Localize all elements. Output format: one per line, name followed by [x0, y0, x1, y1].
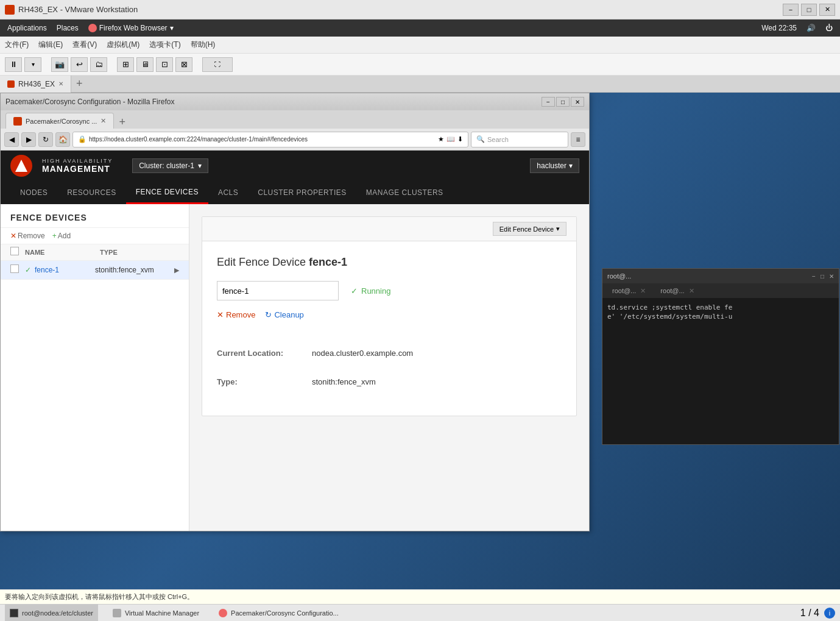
- terminal-1-tab2-close[interactable]: ✕: [689, 287, 694, 294]
- fence-name-input[interactable]: [217, 281, 339, 300]
- status-label: Running: [361, 286, 390, 296]
- ff-tab-favicon: [13, 117, 22, 126]
- nav-fence-devices[interactable]: FENCE DEVICES: [126, 181, 208, 204]
- vmware-close-btn[interactable]: ✕: [819, 4, 835, 16]
- terminal-line-2: e' '/etc/systemd/system/multi-u: [607, 312, 834, 321]
- info-section: Current Location: nodea.cluster0.example…: [217, 334, 562, 401]
- terminal-1-min[interactable]: −: [812, 273, 816, 280]
- download-icon[interactable]: ⬇: [457, 135, 463, 143]
- bookmark-icon[interactable]: ★: [438, 135, 444, 143]
- power-icon: ⏻: [825, 24, 833, 32]
- add-label: Add: [58, 232, 71, 240]
- vmware-minimize-btn[interactable]: −: [783, 4, 799, 16]
- status-virt-mgr[interactable]: Virtual Machine Manager: [108, 605, 204, 621]
- ff-search-bar[interactable]: 🔍 Search: [471, 132, 568, 147]
- terminal-1-tab-1[interactable]: root@... ✕: [607, 286, 651, 296]
- nav-cluster-properties[interactable]: CLUSTER PROPERTIES: [248, 181, 356, 204]
- view3-btn[interactable]: ⊡: [156, 57, 173, 72]
- remove-action[interactable]: ✕ Remove: [10, 232, 45, 240]
- ff-forward-btn[interactable]: ▶: [21, 132, 36, 147]
- cluster-selector[interactable]: Cluster: cluster-1 ▾: [132, 158, 208, 173]
- ff-win-controls: − □ ✕: [542, 97, 584, 107]
- menu-view[interactable]: 查看(V): [72, 40, 97, 50]
- row-arrow-icon: ▶: [174, 266, 179, 274]
- places-menu[interactable]: Places: [57, 24, 79, 32]
- ff-tab[interactable]: Pacemaker/Corosync ... ✕: [5, 113, 114, 129]
- menu-vm[interactable]: 虚拟机(M): [107, 40, 139, 50]
- edit-fence-device-btn[interactable]: Edit Fence Device ▾: [493, 222, 566, 236]
- ff-minimize-btn[interactable]: −: [542, 97, 555, 107]
- fence-actions: ✕ Remove ↻ Cleanup: [217, 310, 562, 319]
- firefox-menu[interactable]: Firefox Web Browser ▾: [88, 24, 174, 32]
- row-check: [10, 264, 25, 275]
- nav-manage-clusters[interactable]: MANAGE CLUSTERS: [356, 181, 453, 204]
- status-right: 1 / 4 i: [800, 608, 835, 619]
- hacluster-dropdown-icon: ▾: [569, 161, 573, 170]
- add-action[interactable]: + Add: [52, 232, 71, 240]
- select-all-checkbox[interactable]: [10, 247, 19, 255]
- fence-remove-btn[interactable]: ✕ Remove: [217, 310, 255, 319]
- ff-add-tab[interactable]: +: [114, 116, 130, 129]
- vm-tab-close[interactable]: ✕: [58, 80, 63, 87]
- status-terminal-1[interactable]: root@nodea:/etc/cluster: [5, 605, 98, 621]
- vmware-maximize-btn[interactable]: □: [801, 4, 817, 16]
- ff-home-btn[interactable]: 🏠: [55, 132, 70, 147]
- remove-icon: ✕: [217, 310, 224, 319]
- desktop: RH436_EX - VMware Workstation − □ ✕ Appl…: [0, 0, 840, 621]
- terminal-1-max[interactable]: □: [821, 273, 824, 280]
- fence-device-row[interactable]: ✓ fence-1 stonith:fence_xvm ▶: [1, 261, 189, 280]
- snapshot-btn[interactable]: 📷: [51, 57, 68, 72]
- view4-btn[interactable]: ⊠: [175, 57, 192, 72]
- ff-reload-btn[interactable]: ↻: [38, 132, 53, 147]
- firefox-window: Pacemaker/Corosync Configuration - Mozil…: [0, 93, 590, 531]
- pause-dropdown[interactable]: ▾: [24, 57, 41, 72]
- vmware-titlebar: RH436_EX - VMware Workstation − □ ✕: [0, 0, 840, 20]
- ff-close-btn[interactable]: ✕: [571, 97, 584, 107]
- hacluster-btn[interactable]: hacluster ▾: [530, 158, 579, 173]
- vm-tab[interactable]: RH436_EX ✕: [0, 76, 71, 93]
- fence-cleanup-btn[interactable]: ↻ Cleanup: [265, 310, 303, 319]
- header-type: TYPE: [100, 249, 179, 256]
- terminal-1-tab-close[interactable]: ✕: [640, 287, 646, 294]
- status-bar: root@nodea:/etc/cluster Virtual Machine …: [0, 604, 840, 621]
- ff-back-btn[interactable]: ◀: [4, 132, 19, 147]
- header-check: [10, 247, 25, 258]
- menu-tabs[interactable]: 选项卡(T): [149, 40, 180, 50]
- row-name: fence-1: [35, 266, 95, 274]
- view2-btn[interactable]: 🖥: [136, 57, 154, 72]
- nav-resources[interactable]: RESOURCES: [57, 181, 126, 204]
- nav-acls[interactable]: ACLS: [208, 181, 248, 204]
- url-bar[interactable]: 🔒 https://nodea.cluster0.example.com:222…: [72, 132, 468, 147]
- sidebar-title: FENCE DEVICES: [10, 213, 179, 222]
- firefox-icon: [88, 24, 97, 32]
- snapshot-mgr-btn[interactable]: 🗂: [90, 57, 107, 72]
- view1-btn[interactable]: ⊞: [117, 57, 134, 72]
- row-checkbox[interactable]: [10, 264, 19, 273]
- vmware-toolbar: ⏸ ▾ 📷 ↩ 🗂 ⊞ 🖥 ⊡ ⊠ ⛶: [0, 54, 840, 76]
- terminal-1-tabs: root@... ✕ root@... ✕: [602, 283, 839, 298]
- terminal-1-tab-2[interactable]: root@... ✕: [655, 286, 699, 296]
- status-firefox-label: Pacemaker/Corosync Configuratio...: [231, 609, 339, 617]
- fullscreen-btn[interactable]: ⛶: [202, 57, 233, 72]
- menu-file[interactable]: 文件(F): [5, 40, 29, 50]
- ff-tab-label: Pacemaker/Corosync ...: [26, 118, 97, 125]
- reading-icon[interactable]: 📖: [446, 135, 455, 143]
- terminal-window-1[interactable]: root@... − □ ✕ root@... ✕ root@... ✕: [602, 268, 839, 445]
- input-hint-text: 要将输入定向到该虚拟机，请将鼠标指针移入其中或按 Ctrl+G。: [5, 592, 194, 601]
- terminal-area: root@... − □ ✕ root@... ✕ root@... ✕: [590, 256, 840, 566]
- restore-btn[interactable]: ↩: [71, 57, 88, 72]
- ff-tab-close[interactable]: ✕: [101, 117, 106, 125]
- menu-edit[interactable]: 编辑(E): [38, 40, 63, 50]
- menu-help[interactable]: 帮助(H): [191, 40, 216, 50]
- ff-maximize-btn[interactable]: □: [556, 97, 570, 107]
- ff-menu-btn[interactable]: ≡: [571, 132, 585, 147]
- status-firefox[interactable]: Pacemaker/Corosync Configuratio...: [214, 605, 344, 621]
- nav-nodes[interactable]: NODES: [10, 181, 57, 204]
- terminal-1-close[interactable]: ✕: [829, 273, 834, 280]
- current-location-value: nodea.cluster0.example.com: [312, 349, 413, 358]
- applications-menu[interactable]: Applications: [7, 24, 47, 32]
- brand-bottom: MANAGEMENT: [42, 164, 113, 174]
- add-tab-btn[interactable]: +: [71, 77, 88, 90]
- info-icon[interactable]: i: [824, 608, 835, 619]
- pause-btn[interactable]: ⏸: [5, 57, 22, 72]
